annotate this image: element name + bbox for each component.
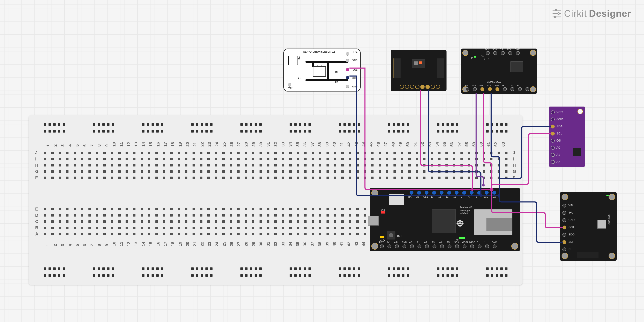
purple-temp-sensor: VCCGNDSDASCLOSA0A1A2 — [549, 107, 585, 167]
pulseox-sensor — [391, 50, 446, 91]
lsm-name-label: LSM6DSOX — [487, 80, 501, 83]
sd-slot-icon — [474, 209, 512, 235]
gnd-label: GND — [352, 85, 358, 88]
feather-sub-label: Adalogger — [460, 209, 470, 212]
lsm-chip-icon — [510, 62, 523, 72]
lsm-led-icon — [474, 56, 476, 58]
led-8b-icon — [462, 237, 465, 239]
r1-label: R1 — [298, 77, 301, 80]
dehydration-sensor: DEHYDRATION SENSOR V.1 TP1 VCC SCL SDA G… — [283, 49, 361, 92]
r2-label: R2 — [335, 71, 338, 73]
led-8-icon — [459, 237, 462, 239]
purple-chip-icon — [573, 148, 581, 156]
bme680-sensor: BME680 VIN3VoGNDSCKSDOSDICS — [560, 192, 617, 261]
r4-label: R4 — [298, 57, 300, 60]
watermark-brand: Cirkit — [564, 8, 587, 19]
sda-label: SDA — [352, 77, 358, 79]
tp1-label: TP1 — [353, 51, 358, 53]
tp2-label: TP2 — [288, 87, 292, 90]
svg-point-9 — [459, 222, 461, 224]
svg-point-11 — [459, 224, 461, 227]
reset-button[interactable] — [387, 231, 396, 239]
lsm6dsox-sensor: on LSM6DSOX Y↑←Z→X SCXSDXCSDOGND VIN3VoG… — [461, 49, 537, 94]
svg-point-15 — [461, 220, 463, 222]
bme-connector-icon — [577, 252, 598, 258]
feather-name-label: Feather M0 — [460, 206, 472, 209]
bme-chip-icon — [598, 220, 606, 229]
svg-point-17 — [461, 224, 463, 226]
label-rst: RST — [397, 235, 402, 237]
dehydration-title: DEHYDRATION SENSOR V.1 — [303, 51, 335, 53]
svg-point-13 — [461, 222, 464, 224]
feather-brand-label: adafruit! — [460, 212, 468, 215]
led-chg-icon — [380, 236, 384, 238]
svg-point-7 — [554, 16, 556, 18]
svg-point-1 — [555, 9, 557, 11]
svg-point-14 — [457, 220, 459, 222]
label-13: #13 — [381, 209, 385, 211]
pulseox-chip-icon — [412, 60, 425, 68]
adafruit-flower-icon — [456, 219, 464, 227]
bme-name-label: BME680 — [607, 214, 610, 225]
watermark-suffix: Designer — [589, 8, 631, 19]
label-8: #8 — [456, 238, 458, 241]
lsm-on-label: on — [471, 57, 473, 59]
svg-point-4 — [558, 13, 560, 15]
r3-label: R3 — [335, 81, 338, 84]
label-chg: CHG — [380, 238, 385, 241]
vcc-label: VCC — [352, 59, 358, 62]
mcu-chip-icon — [432, 209, 456, 233]
svg-point-10 — [459, 219, 461, 222]
led-red-icon — [381, 211, 385, 213]
usb-port-icon — [368, 216, 379, 226]
svg-point-16 — [457, 224, 459, 226]
svg-point-12 — [456, 222, 459, 224]
watermark: Cirkit Designer — [552, 8, 631, 19]
scl-label: SCL — [353, 69, 358, 71]
cirkit-logo-icon — [552, 8, 562, 19]
bme-led-icon — [606, 195, 608, 196]
dehydration-chip-icon — [313, 66, 326, 77]
feather-m0-board: #13 CHG RST #8 Feather M0 Adalogger adaf… — [370, 188, 520, 251]
jst-connector-icon — [389, 194, 404, 205]
